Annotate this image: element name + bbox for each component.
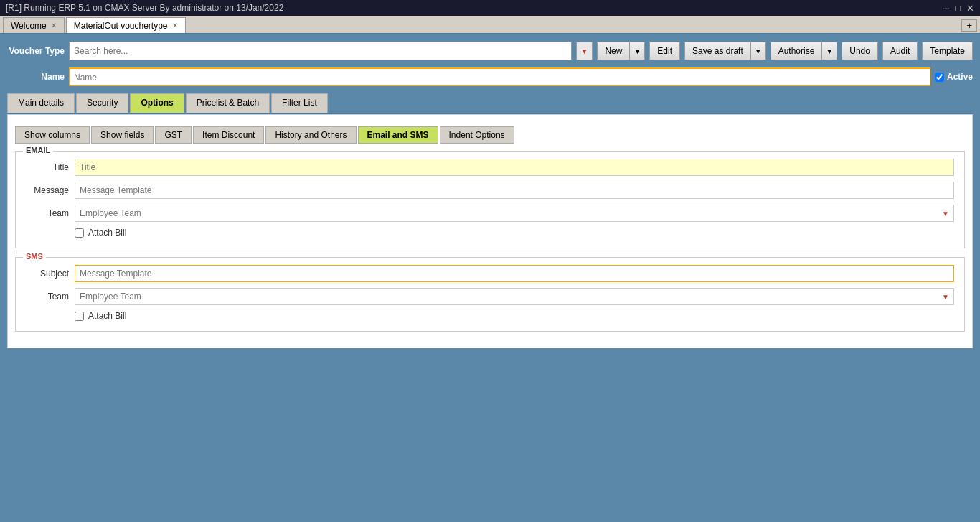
sms-attach-bill-label: Attach Bill xyxy=(88,311,126,321)
voucher-type-dropdown[interactable]: ▼ xyxy=(576,42,593,60)
sms-team-select[interactable]: ▼ xyxy=(75,288,954,305)
sms-subject-label: Subject xyxy=(26,269,69,279)
maximize-icon[interactable]: □ xyxy=(955,3,961,14)
sms-section: SMS Subject Team ▼ Attach Bill xyxy=(15,257,965,332)
email-section: EMAIL Title Message Team ▼ Attach Bill xyxy=(15,151,965,248)
tab-options[interactable]: Options xyxy=(130,93,184,113)
name-input[interactable] xyxy=(69,67,930,86)
email-attach-bill-checkbox[interactable] xyxy=(75,228,84,238)
new-button[interactable]: New xyxy=(598,42,630,60)
window-controls[interactable]: ─ □ ✕ xyxy=(943,3,974,14)
tab-materialout-label: MaterialOut vouchertype xyxy=(74,21,168,31)
sub-tab-email-sms[interactable]: Email and SMS xyxy=(358,126,438,144)
sms-subject-row: Subject xyxy=(26,265,954,282)
voucher-type-search[interactable] xyxy=(69,42,572,60)
sub-tab-indent-options[interactable]: Indent Options xyxy=(440,126,514,144)
email-team-row: Team ▼ xyxy=(26,205,954,222)
title-text: [R1] Running ERP 5.1 on CMAX Server By a… xyxy=(6,3,283,13)
sub-tabs: Show columns Show fields GST Item Discou… xyxy=(15,122,965,144)
authorise-split[interactable]: Authorise ▼ xyxy=(771,42,838,60)
tab-main-details[interactable]: Main details xyxy=(7,93,75,113)
email-team-label: Team xyxy=(26,208,69,218)
save-as-draft-button[interactable]: Save as draft xyxy=(685,42,751,60)
email-title-row: Title xyxy=(26,159,954,176)
active-checkbox[interactable] xyxy=(935,73,944,82)
sms-team-row: Team ▼ xyxy=(26,288,954,305)
active-label: Active xyxy=(947,72,973,82)
tab-security[interactable]: Security xyxy=(76,93,128,113)
tab-materialout-close[interactable]: ✕ xyxy=(172,22,178,29)
sub-tab-item-discount[interactable]: Item Discount xyxy=(193,126,264,144)
dropdown-arrow-icon: ▼ xyxy=(581,47,588,55)
name-row: Name Active xyxy=(7,67,973,86)
email-message-label: Message xyxy=(26,185,69,195)
tab-welcome-label: Welcome xyxy=(11,21,47,31)
sms-legend: SMS xyxy=(23,252,46,261)
minimize-icon[interactable]: ─ xyxy=(943,3,949,14)
email-team-input[interactable] xyxy=(75,205,938,221)
title-bar: [R1] Running ERP 5.1 on CMAX Server By a… xyxy=(0,0,980,16)
tab-materialout[interactable]: MaterialOut vouchertype ✕ xyxy=(66,17,186,33)
toolbar: Voucher Type ▼ New ▼ Edit Save as draft … xyxy=(7,42,973,60)
sms-team-label: Team xyxy=(26,292,69,302)
email-attach-bill-label: Attach Bill xyxy=(88,228,126,238)
email-team-select[interactable]: ▼ xyxy=(75,205,954,222)
sub-tab-show-fields[interactable]: Show fields xyxy=(91,126,154,144)
tab-filter-list[interactable]: Filter List xyxy=(271,93,328,113)
add-tab-button[interactable]: + xyxy=(961,19,977,32)
tab-bar: Welcome ✕ MaterialOut vouchertype ✕ + xyxy=(0,16,980,34)
active-checkbox-area: Active xyxy=(935,72,973,82)
main-content: Voucher Type ▼ New ▼ Edit Save as draft … xyxy=(0,34,980,355)
sub-tab-gst[interactable]: GST xyxy=(155,126,192,144)
authorise-dropdown-icon[interactable]: ▼ xyxy=(822,42,837,60)
email-legend: EMAIL xyxy=(23,146,53,154)
audit-button[interactable]: Audit xyxy=(882,42,918,60)
save-draft-dropdown-icon[interactable]: ▼ xyxy=(751,42,765,60)
tab-welcome[interactable]: Welcome ✕ xyxy=(3,17,65,33)
voucher-type-label: Voucher Type xyxy=(7,46,65,56)
email-title-label: Title xyxy=(26,162,69,172)
email-message-row: Message xyxy=(26,182,954,199)
undo-button[interactable]: Undo xyxy=(842,42,878,60)
sms-subject-input[interactable] xyxy=(75,265,954,282)
nav-tabs: Main details Security Options Pricelist … xyxy=(7,93,973,114)
email-title-input[interactable] xyxy=(75,159,954,176)
save-as-draft-split[interactable]: Save as draft ▼ xyxy=(684,42,766,60)
email-team-dropdown-icon[interactable]: ▼ xyxy=(938,205,953,221)
sms-attach-bill-checkbox[interactable] xyxy=(75,312,84,321)
close-icon[interactable]: ✕ xyxy=(966,3,974,14)
sms-team-input[interactable] xyxy=(75,289,938,304)
sub-tab-show-columns[interactable]: Show columns xyxy=(15,126,90,144)
tab-pricelist-batch[interactable]: Pricelist & Batch xyxy=(186,93,270,113)
template-button[interactable]: Template xyxy=(922,42,973,60)
tab-welcome-close[interactable]: ✕ xyxy=(51,22,57,29)
authorise-button[interactable]: Authorise xyxy=(771,42,823,60)
email-attach-bill-row: Attach Bill xyxy=(75,228,954,238)
form-panel: Show columns Show fields GST Item Discou… xyxy=(7,114,973,348)
sub-tab-history-others[interactable]: History and Others xyxy=(265,126,356,144)
sms-team-dropdown-icon[interactable]: ▼ xyxy=(938,289,953,304)
new-dropdown-icon[interactable]: ▼ xyxy=(630,42,644,60)
edit-button[interactable]: Edit xyxy=(649,42,680,60)
name-label: Name xyxy=(7,72,65,82)
new-button-split[interactable]: New ▼ xyxy=(597,42,645,60)
sms-attach-bill-row: Attach Bill xyxy=(75,311,954,321)
email-message-input[interactable] xyxy=(75,182,954,199)
